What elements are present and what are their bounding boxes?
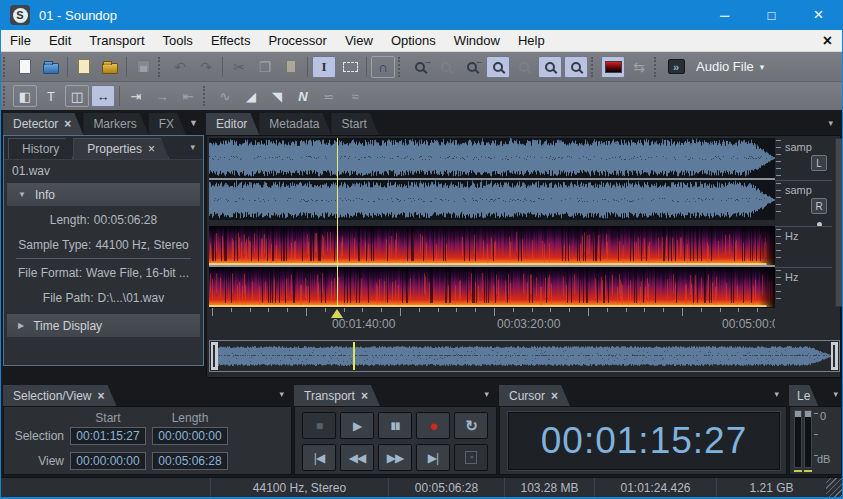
editor-tabs-dropdown-icon[interactable]: ▾	[828, 118, 833, 128]
waveform-left-channel[interactable]	[209, 138, 775, 178]
trim-both-button[interactable]: ⇤	[175, 84, 201, 108]
record-mode-button[interactable]: ▪	[454, 444, 488, 471]
close-document-icon[interactable]: ×	[823, 33, 832, 49]
info-section-header[interactable]: ▼ Info	[7, 183, 200, 206]
crop-button[interactable]: ◫	[65, 85, 89, 107]
tab-properties-close-icon[interactable]: ×	[148, 142, 155, 156]
collapse-expanded-icon[interactable]: ▼	[18, 190, 26, 199]
cut-button[interactable]: ✂	[226, 55, 252, 79]
menu-transport[interactable]: Transport	[80, 30, 153, 51]
envelope-button[interactable]: ⋍	[316, 84, 342, 108]
time-display-section-header[interactable]: ▶ Time Display	[7, 314, 200, 337]
zoom-in-vertical-button[interactable]	[538, 56, 562, 78]
menu-tools[interactable]: Tools	[154, 30, 202, 51]
swap-channels-button[interactable]: ⇆	[626, 55, 652, 79]
workspace-dropdown-icon[interactable]: ▾	[760, 62, 765, 72]
tab-transport-close-icon[interactable]: ×	[361, 390, 368, 402]
playhead-cursor[interactable]	[337, 138, 338, 307]
tab-editor[interactable]: Editor	[206, 113, 259, 135]
inner-tabs-dropdown-icon[interactable]: ▾	[190, 142, 195, 152]
channel-right-button[interactable]: R	[811, 198, 827, 214]
minimize-button[interactable]: ─	[701, 0, 748, 30]
view-range-right-handle[interactable]	[831, 342, 838, 370]
stop-button[interactable]: ■	[302, 412, 336, 439]
new-file-button[interactable]	[12, 55, 38, 79]
menu-edit[interactable]: Edit	[40, 30, 80, 51]
tab-transport[interactable]: Transport ×	[294, 385, 380, 406]
fade-in-button[interactable]: ◢	[238, 84, 264, 108]
play-button[interactable]: ▶	[340, 412, 374, 439]
menu-processor[interactable]: Processor	[259, 30, 336, 51]
menu-effects[interactable]: Effects	[202, 30, 260, 51]
overview-waveform[interactable]	[218, 342, 833, 370]
resize-grip[interactable]	[826, 478, 842, 497]
workspace-label[interactable]: Audio File	[696, 59, 754, 74]
fast-forward-button[interactable]: ▶▶	[378, 444, 412, 471]
cursor-dropdown-icon[interactable]: ▾	[774, 389, 779, 399]
tab-history[interactable]: History	[8, 138, 73, 159]
tab-metadata[interactable]: Metadata	[259, 113, 331, 135]
rewind-button[interactable]: ◀◀	[340, 444, 374, 471]
selection-start-field[interactable]: 00:01:15:27	[70, 427, 146, 445]
tab-level[interactable]: Le	[789, 385, 818, 406]
spectrogram-left-channel[interactable]	[209, 226, 775, 265]
go-to-end-button[interactable]: ▶|	[416, 444, 450, 471]
scrollbar-thumb[interactable]	[836, 139, 842, 306]
redo-button[interactable]: ↷	[193, 55, 219, 79]
save-button[interactable]	[130, 55, 156, 79]
zoom-out-horizontal-button[interactable]	[433, 55, 459, 79]
collapse-collapsed-icon[interactable]: ▶	[18, 321, 24, 330]
vertical-scrollbar[interactable]	[835, 138, 843, 307]
view-start-field[interactable]: 00:00:00:00	[70, 452, 146, 470]
toolbar-grip[interactable]	[3, 57, 10, 77]
maximize-button[interactable]: □	[748, 0, 795, 30]
zoom-in-horizontal-button[interactable]: →	[407, 55, 433, 79]
menu-options[interactable]: Options	[382, 30, 445, 51]
close-button[interactable]: ×	[795, 0, 842, 30]
transport-dropdown-icon[interactable]: ▾	[484, 389, 489, 399]
new-project-button[interactable]	[71, 55, 97, 79]
record-button[interactable]: ●	[416, 412, 450, 439]
level-dropdown-icon[interactable]: ▾	[833, 389, 838, 399]
channel-left-button[interactable]: L	[811, 155, 827, 171]
menu-view[interactable]: View	[336, 30, 382, 51]
copy-to-new-button[interactable]: ◧	[13, 85, 37, 107]
tab-start[interactable]: Start	[331, 113, 378, 135]
snap-button[interactable]: ∩	[371, 56, 395, 78]
tab-detector-close-icon[interactable]: ×	[64, 118, 71, 130]
selection-length-field[interactable]: 00:00:00:00	[152, 427, 228, 445]
toolbar-grip[interactable]	[158, 57, 165, 77]
tab-selection-view-close-icon[interactable]: ×	[98, 390, 105, 402]
spectrogram-right-channel[interactable]	[209, 267, 775, 307]
spectral-display-button[interactable]	[601, 56, 625, 78]
zoom-out-vertical-button[interactable]	[564, 56, 588, 78]
tab-cursor-close-icon[interactable]: ×	[551, 390, 558, 402]
toolbar-grip[interactable]	[398, 57, 405, 77]
playhead-marker-icon[interactable]	[331, 309, 343, 318]
copy-button[interactable]: ❐	[252, 55, 278, 79]
zoom-out-button[interactable]: ←	[459, 55, 485, 79]
tab-fx[interactable]: FX	[149, 113, 186, 135]
selection-view-dropdown-icon[interactable]: ▾	[279, 389, 284, 399]
toolbar-grip[interactable]	[3, 86, 10, 106]
tab-markers[interactable]: Markers	[83, 113, 148, 135]
workspace-button[interactable]: »	[663, 55, 689, 79]
menu-window[interactable]: Window	[445, 30, 509, 51]
menu-file[interactable]: File	[1, 30, 40, 51]
pin-panel-icon[interactable]: ▼	[189, 118, 198, 128]
tab-properties[interactable]: Properties ×	[73, 138, 169, 159]
open-file-button[interactable]	[38, 55, 64, 79]
nudge-right-button[interactable]: →	[149, 84, 175, 108]
tab-cursor[interactable]: Cursor ×	[499, 385, 570, 406]
fade-out-button[interactable]: ◥	[264, 84, 290, 108]
zoom-selection-button[interactable]	[511, 55, 537, 79]
cursor-time-display[interactable]: 00:01:15:27	[508, 412, 780, 470]
toolbar-grip[interactable]	[654, 57, 661, 77]
waveform-right-channel[interactable]	[209, 180, 775, 220]
insert-button[interactable]: T	[38, 84, 64, 108]
time-selection-tool-button[interactable]: I	[312, 56, 336, 78]
tab-detector[interactable]: Detector ×	[3, 113, 83, 135]
loop-button[interactable]: ↻	[454, 412, 488, 439]
timeline-ruler[interactable]: 00:01:40:00 00:03:20:00 00:05:00:00	[209, 307, 775, 333]
toolbar-grip[interactable]	[591, 57, 598, 77]
